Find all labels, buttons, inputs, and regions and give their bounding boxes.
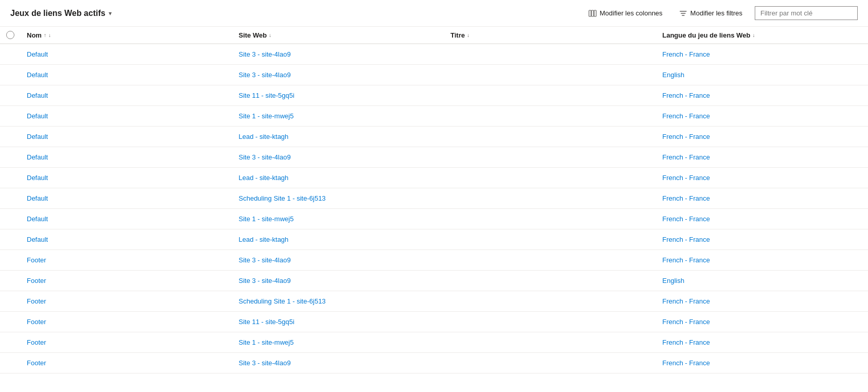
site-web-link[interactable]: Scheduling Site 1 - site-6j513 — [239, 297, 326, 305]
site-web-link[interactable]: Site 3 - site-4lao9 — [239, 50, 291, 58]
row-checkbox-cell[interactable] — [0, 50, 21, 59]
row-checkbox-cell[interactable] — [0, 92, 21, 100]
langue-link[interactable]: English — [663, 277, 685, 284]
nom-link[interactable]: Footer — [27, 318, 46, 326]
svg-rect-1 — [592, 10, 594, 16]
nom-link[interactable]: Default — [27, 71, 48, 79]
row-langue-cell: French - France — [656, 211, 869, 227]
row-checkbox-cell[interactable] — [0, 236, 21, 244]
columns-icon — [588, 9, 597, 17]
nom-link[interactable]: Footer — [27, 277, 46, 284]
row-titre-cell — [444, 174, 656, 182]
table-row: DefaultSite 1 - site-mwej5French - Franc… — [0, 209, 868, 229]
table-body: DefaultSite 3 - site-4lao9French - Franc… — [0, 44, 868, 373]
langue-link[interactable]: French - France — [663, 338, 710, 346]
row-nom-cell: Default — [21, 67, 233, 83]
row-checkbox-cell[interactable] — [0, 133, 21, 141]
table-row: DefaultSite 3 - site-4lao9French - Franc… — [0, 44, 868, 65]
nom-link[interactable]: Footer — [27, 297, 46, 305]
row-titre-cell — [444, 338, 656, 347]
site-web-link[interactable]: Site 3 - site-4lao9 — [239, 256, 291, 264]
nom-link[interactable]: Footer — [27, 256, 46, 264]
nom-sort-desc-icon: ↓ — [48, 32, 51, 38]
site-web-link[interactable]: Lead - site-ktagh — [239, 174, 289, 182]
row-checkbox-cell[interactable] — [0, 297, 21, 306]
row-titre-cell — [444, 133, 656, 141]
site-web-link[interactable]: Site 3 - site-4lao9 — [239, 277, 291, 284]
nom-link[interactable]: Default — [27, 153, 48, 161]
row-checkbox-cell[interactable] — [0, 153, 21, 162]
site-web-link[interactable]: Lead - site-ktagh — [239, 236, 289, 243]
langue-link[interactable]: French - France — [663, 174, 710, 182]
row-checkbox-cell[interactable] — [0, 318, 21, 326]
row-checkbox-cell[interactable] — [0, 277, 21, 285]
site-web-sort-icon: ↓ — [269, 32, 271, 38]
site-web-link[interactable]: Scheduling Site 1 - site-6j513 — [239, 194, 326, 202]
langue-link[interactable]: French - France — [663, 153, 710, 161]
langue-link[interactable]: French - France — [663, 133, 710, 140]
row-titre-cell — [444, 236, 656, 244]
langue-link[interactable]: English — [663, 71, 685, 79]
langue-link[interactable]: French - France — [663, 236, 710, 243]
table-row: DefaultScheduling Site 1 - site-6j513Fre… — [0, 188, 868, 209]
langue-link[interactable]: French - France — [663, 359, 710, 367]
langue-link[interactable]: French - France — [663, 112, 710, 120]
site-web-link[interactable]: Site 11 - site-5gq5i — [239, 92, 294, 99]
row-checkbox-cell[interactable] — [0, 174, 21, 182]
modify-columns-button[interactable]: Modifier les colonnes — [584, 7, 667, 20]
langue-link[interactable]: French - France — [663, 318, 710, 326]
site-web-link[interactable]: Site 1 - site-mwej5 — [239, 112, 294, 120]
nom-link[interactable]: Default — [27, 194, 48, 202]
row-site-web-cell: Site 1 - site-mwej5 — [233, 334, 445, 350]
langue-link[interactable]: French - France — [663, 194, 710, 202]
nom-link[interactable]: Footer — [27, 338, 46, 346]
row-langue-cell: French - France — [656, 87, 869, 103]
nom-link[interactable]: Default — [27, 92, 48, 99]
title-chevron-icon[interactable]: ▾ — [109, 10, 112, 17]
row-checkbox-cell[interactable] — [0, 215, 21, 223]
row-titre-cell — [444, 277, 656, 285]
filter-input[interactable] — [755, 6, 858, 20]
row-checkbox-cell[interactable] — [0, 338, 21, 347]
row-titre-cell — [444, 50, 656, 59]
row-checkbox-cell[interactable] — [0, 194, 21, 203]
row-nom-cell: Default — [21, 46, 233, 62]
langue-link[interactable]: French - France — [663, 92, 710, 99]
site-web-link[interactable]: Lead - site-ktagh — [239, 133, 289, 140]
site-web-link[interactable]: Site 3 - site-4lao9 — [239, 359, 291, 367]
site-web-link[interactable]: Site 1 - site-mwej5 — [239, 215, 294, 223]
row-checkbox-cell[interactable] — [0, 112, 21, 120]
nom-link[interactable]: Default — [27, 112, 48, 120]
select-all-checkbox[interactable] — [6, 31, 14, 39]
titre-sort-icon: ↓ — [467, 32, 470, 38]
site-web-link[interactable]: Site 1 - site-mwej5 — [239, 338, 294, 346]
nom-link[interactable]: Default — [27, 215, 48, 223]
col-header-checkbox[interactable] — [0, 31, 21, 39]
site-web-link[interactable]: Site 3 - site-4lao9 — [239, 153, 291, 161]
col-header-titre[interactable]: Titre ↓ — [444, 31, 656, 39]
nom-link[interactable]: Footer — [27, 359, 46, 367]
row-titre-cell — [444, 215, 656, 223]
col-header-site-web[interactable]: Site Web ↓ — [233, 31, 445, 39]
langue-link[interactable]: French - France — [663, 50, 710, 58]
site-web-link[interactable]: Site 11 - site-5gq5i — [239, 318, 294, 326]
nom-link[interactable]: Default — [27, 133, 48, 140]
nom-link[interactable]: Default — [27, 50, 48, 58]
langue-link[interactable]: French - France — [663, 215, 710, 223]
row-checkbox-cell[interactable] — [0, 71, 21, 79]
nom-link[interactable]: Default — [27, 236, 48, 243]
row-checkbox-cell[interactable] — [0, 256, 21, 264]
row-checkbox-cell[interactable] — [0, 359, 21, 367]
col-header-langue[interactable]: Langue du jeu de liens Web ↓ — [656, 31, 869, 39]
site-web-link[interactable]: Site 3 - site-4lao9 — [239, 71, 291, 79]
row-langue-cell: French - France — [656, 355, 869, 371]
langue-link[interactable]: French - France — [663, 297, 710, 305]
row-site-web-cell: Site 3 - site-4lao9 — [233, 355, 445, 371]
modify-filters-button[interactable]: Modifier les filtres — [675, 7, 747, 20]
col-header-nom[interactable]: Nom ↑ ↓ — [21, 31, 233, 39]
langue-link[interactable]: French - France — [663, 256, 710, 264]
row-site-web-cell: Site 11 - site-5gq5i — [233, 87, 445, 103]
nom-link[interactable]: Default — [27, 174, 48, 182]
row-nom-cell: Default — [21, 190, 233, 206]
row-langue-cell: French - France — [656, 231, 869, 247]
